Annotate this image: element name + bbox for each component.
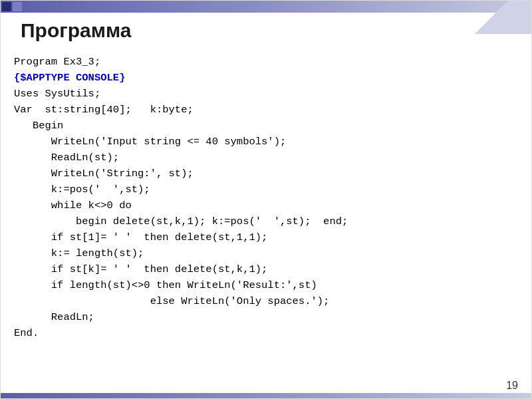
- square-dark: [2, 2, 11, 11]
- corner-squares: [2, 2, 22, 11]
- code-line-6: WriteLn('Input string <= 40 symbols');: [14, 136, 286, 148]
- code-line-15: if length(st)<>0 then WriteLn('Result:',…: [14, 279, 317, 291]
- corner-top-right-decoration: [452, 1, 531, 34]
- code-line-13: k:= length(st);: [14, 247, 144, 259]
- code-line-3: Uses SysUtils;: [14, 88, 100, 100]
- slide-container: Программа Program Ex3_3; {$APPTYPE CONSO…: [0, 0, 532, 399]
- code-line-7: ReadLn(st);: [14, 152, 119, 164]
- code-line-9: k:=pos(' ',st);: [14, 184, 150, 196]
- square-light: [13, 2, 22, 11]
- code-area: Program Ex3_3; {$APPTYPE CONSOLE} Uses S…: [14, 54, 518, 378]
- code-line-12: if st[1]= ' ' then delete(st,1,1);: [14, 231, 267, 243]
- code-line-4: Var st:string[40]; k:byte;: [14, 104, 194, 116]
- code-line-14: if st[k]= ' ' then delete(st,k,1);: [14, 263, 267, 275]
- code-line-1: Program Ex3_3;: [14, 56, 100, 68]
- code-line-16: else WriteLn('Only spaces.');: [14, 295, 329, 307]
- code-line-10: while k<>0 do: [14, 200, 132, 211]
- code-line-17: ReadLn;: [14, 311, 94, 323]
- code-line-18: End.: [14, 327, 39, 339]
- code-line-8: WriteLn('String:', st);: [14, 168, 194, 180]
- code-line-2: {$APPTYPE CONSOLE}: [14, 72, 125, 84]
- code-line-5: Begin: [14, 120, 63, 132]
- slide-title: Программа: [21, 19, 131, 42]
- code-line-11: begin delete(st,k,1); k:=pos(' ',st); en…: [14, 215, 348, 227]
- bottom-bar: [1, 393, 531, 398]
- page-number: 19: [506, 380, 518, 392]
